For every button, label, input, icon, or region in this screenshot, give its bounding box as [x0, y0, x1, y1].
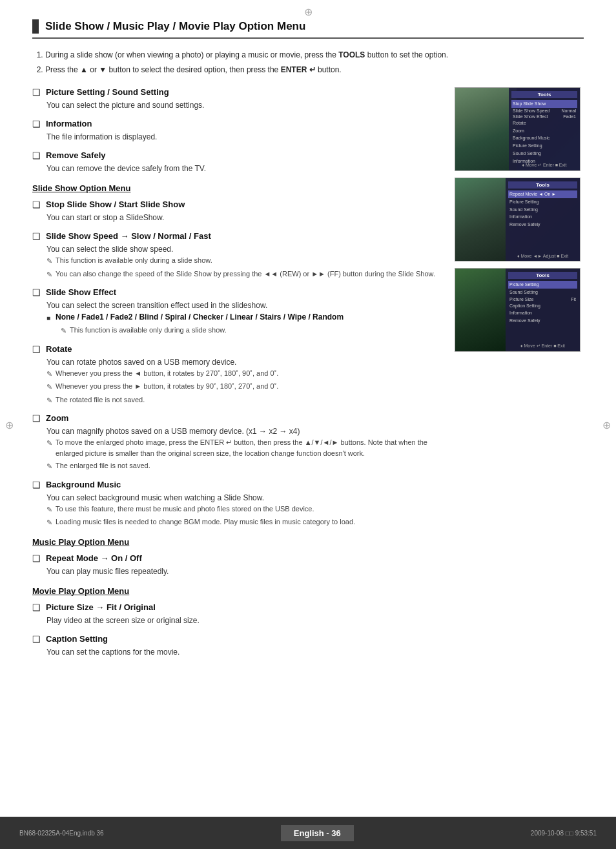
- screenshot-img-3: [455, 269, 510, 351]
- tools-item-1-2: Slide Show EffectFade1: [511, 114, 577, 119]
- checkbox-icon-3: ❑: [32, 150, 41, 161]
- repeat-mode-body: You can play music files repeatedly.: [46, 566, 444, 577]
- screenshot-img-1: [455, 88, 517, 170]
- remove-safely-body: You can remove the device safely from th…: [46, 163, 444, 174]
- information-body: The file information is displayed.: [46, 131, 444, 143]
- slide-show-speed-label: Slide Show Speed → Slow / Normal / Fast: [46, 231, 211, 241]
- music-play-option-menu-heading: Music Play Option Menu: [32, 537, 444, 547]
- tools-item-1-1: Slide Show SpeedNormal: [511, 108, 577, 114]
- tools-item-3-1: Sound Setting: [508, 289, 577, 296]
- tools-item-3-5: Remove Safely: [508, 317, 577, 325]
- checkbox-icon-2: ❑: [32, 119, 41, 129]
- top-crosshair-icon: ⊕: [302, 5, 314, 18]
- slide-show-speed-note-2: ✎ You can also change the speed of the S…: [46, 269, 444, 280]
- picture-setting-label: Picture Setting / Sound Setting: [46, 87, 169, 97]
- screenshot-tools-1: Tools Stop Slide Show Slide Show SpeedNo…: [509, 88, 580, 170]
- tools-title-1: Tools: [511, 91, 577, 98]
- slide-show-effect-body: You can select the screen transition eff…: [46, 300, 444, 336]
- tools-item-3-4: Information: [508, 309, 577, 317]
- section-title: Slide Show / Music Play / Movie Play Opt…: [32, 19, 584, 39]
- tools-item-2-0: Repeat Movie ◄ On ►: [508, 190, 577, 198]
- screenshot-img-2: [455, 178, 510, 261]
- bottom-bar: BN68-02325A-04Eng.indb 36 English - 36 2…: [0, 817, 616, 849]
- note-icon-9: ✎: [46, 504, 52, 515]
- intro-item-1: During a slide show (or when viewing a p…: [45, 49, 584, 61]
- zoom-body: You can magnify photos saved on a USB me…: [46, 425, 444, 472]
- tools-item-1-7: Sound Setting: [511, 150, 577, 158]
- slide-show-speed-section: ❑ Slide Show Speed → Slow / Normal / Fas…: [32, 231, 444, 280]
- note-icon-3: ✎: [61, 325, 67, 336]
- remove-safely-section: ❑ Remove Safely You can remove the devic…: [32, 150, 444, 174]
- note-icon-7: ✎: [46, 438, 52, 449]
- tools-item-1-6: Picture Setting: [511, 142, 577, 150]
- screenshot-tools-2: Tools Repeat Movie ◄ On ► Picture Settin…: [506, 178, 580, 261]
- square-bullet-icon: ■: [46, 313, 50, 323]
- rotate-label: Rotate: [46, 344, 72, 354]
- tools-item-3-2: Picture SizeFit: [508, 296, 577, 302]
- checkbox-icon-11: ❑: [32, 602, 41, 613]
- checkbox-icon: ❑: [32, 87, 41, 97]
- information-label: Information: [46, 119, 92, 128]
- information-heading: ❑ Information: [32, 119, 444, 129]
- picture-size-section: ❑ Picture Size → Fit / Original Play vid…: [32, 602, 444, 626]
- title-bar-decoration: [32, 19, 39, 34]
- screenshot-1: Tools Stop Slide Show Slide Show SpeedNo…: [455, 87, 580, 171]
- note-icon-8: ✎: [46, 461, 52, 472]
- slide-show-speed-body: You can select the slide show speed. ✎ T…: [46, 243, 444, 280]
- note-icon-2: ✎: [46, 269, 52, 280]
- picture-setting-body: You can select the picture and sound set…: [46, 99, 444, 111]
- tools-item-2-4: Remove Safely: [508, 221, 577, 229]
- tools-item-1-5: Background Music: [511, 134, 577, 142]
- slide-show-effect-note: ✎ This function is available only during…: [61, 325, 444, 336]
- caption-setting-body: You can set the captions for the movie.: [46, 646, 444, 658]
- stop-slide-show-label: Stop Slide Show / Start Slide Show: [46, 199, 185, 209]
- rotate-section: ❑ Rotate You can rotate photos saved on …: [32, 344, 444, 406]
- information-section: ❑ Information The file information is di…: [32, 119, 444, 143]
- checkbox-icon-7: ❑: [32, 344, 41, 354]
- repeat-mode-label: Repeat Mode → On / Off: [46, 553, 142, 563]
- slide-show-effect-options: ■ None / Fade1 / Fade2 / Blind / Spiral …: [46, 311, 444, 336]
- screenshots-column: Tools Stop Slide Show Slide Show SpeedNo…: [455, 87, 584, 352]
- note-icon-10: ✎: [46, 517, 52, 528]
- picture-setting-heading: ❑ Picture Setting / Sound Setting: [32, 87, 444, 97]
- picture-size-label: Picture Size → Fit / Original: [46, 602, 156, 612]
- stop-slide-show-body: You can start or stop a SlideShow.: [46, 212, 444, 223]
- zoom-label: Zoom: [46, 413, 68, 423]
- zoom-section: ❑ Zoom You can magnify photos saved on a…: [32, 413, 444, 472]
- checkbox-icon-12: ❑: [32, 634, 41, 644]
- background-music-label: Background Music: [46, 480, 121, 489]
- content-left: ❑ Picture Setting / Sound Setting You ca…: [32, 87, 444, 666]
- checkbox-icon-5: ❑: [32, 231, 41, 241]
- background-music-body: You can select background music when wat…: [46, 492, 444, 528]
- screenshot-2: Tools Repeat Movie ◄ On ► Picture Settin…: [455, 178, 580, 261]
- page-container: ⊕ ⊕ ⊕ Slide Show / Music Play / Movie Pl…: [0, 0, 616, 849]
- slide-show-speed-note-1: ✎ This function is available only during…: [46, 255, 444, 267]
- remove-safely-heading: ❑ Remove Safely: [32, 150, 444, 161]
- left-crosshair-icon: ⊕: [5, 418, 14, 431]
- page-number-label: English - 36: [281, 825, 354, 841]
- screenshot-3: Tools Picture Setting Sound Setting Pict…: [455, 268, 580, 352]
- tools-item-3-0: Picture Setting: [508, 281, 577, 289]
- right-crosshair-icon: ⊕: [602, 418, 611, 431]
- rotate-body: You can rotate photos saved on a USB mem…: [46, 356, 444, 406]
- tools-item-2-1: Picture Setting: [508, 198, 577, 206]
- screenshot-tools-3: Tools Picture Setting Sound Setting Pict…: [506, 269, 580, 351]
- tools-item-1-0: Stop Slide Show: [511, 100, 577, 108]
- background-music-section: ❑ Background Music You can select backgr…: [32, 480, 444, 528]
- tools-title-3: Tools: [508, 272, 577, 279]
- slide-show-effect-section: ❑ Slide Show Effect You can select the s…: [32, 287, 444, 336]
- tools-title-2: Tools: [508, 181, 577, 189]
- picture-setting-section: ❑ Picture Setting / Sound Setting You ca…: [32, 87, 444, 111]
- tools-item-1-3: Rotate: [511, 119, 577, 127]
- tools-item-1-4: Zoom: [511, 127, 577, 135]
- intro-item-2: Press the ▲ or ▼ button to select the de…: [45, 64, 584, 76]
- checkbox-icon-10: ❑: [32, 553, 41, 564]
- checkbox-icon-8: ❑: [32, 413, 41, 424]
- bottom-bar-right-text: 2009-10-08 □□ 9:53:51: [531, 830, 597, 837]
- note-icon-4: ✎: [46, 369, 52, 380]
- page-title: Slide Show / Music Play / Movie Play Opt…: [45, 20, 305, 33]
- note-icon-5: ✎: [46, 382, 52, 393]
- tools-nav-3: ♦ Move ↵ Enter ■ Exit: [506, 343, 580, 349]
- note-icon: ✎: [46, 256, 52, 267]
- slide-show-effect-options-label: None / Fade1 / Fade2 / Blind / Spiral / …: [56, 311, 344, 323]
